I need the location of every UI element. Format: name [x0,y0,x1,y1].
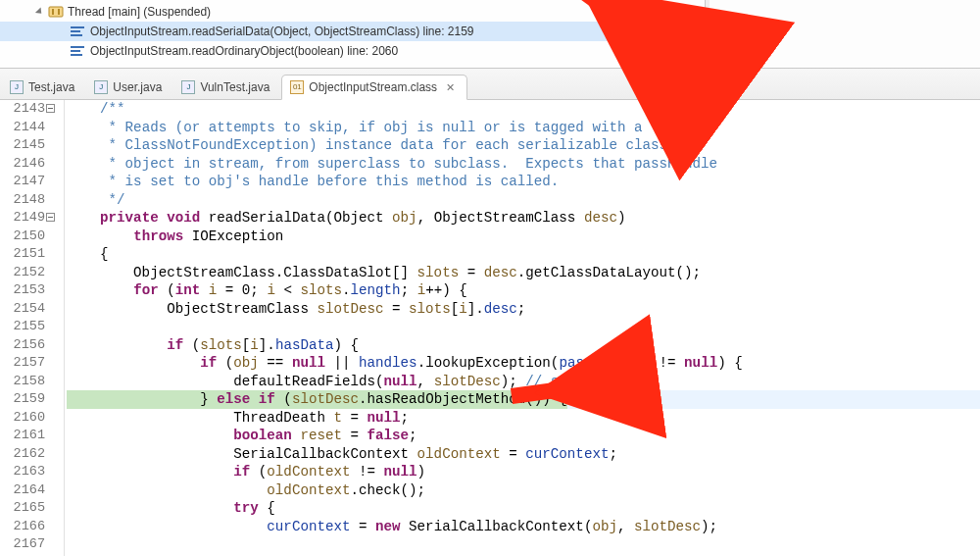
java-file-icon: J [94,80,108,94]
thread-suspended-icon [48,4,64,20]
code-line[interactable]: oldContext.check(); [65,481,980,500]
thread-label: Thread [main] (Suspended) [68,5,211,19]
line-number: 2150 [0,227,45,246]
code-line[interactable]: ThreadDeath t = null; [65,409,980,428]
code-line[interactable]: } else if (slotDesc.hasReadObjectMethod(… [65,390,980,409]
code-line[interactable]: if (oldContext != null) [65,463,980,481]
line-number: 2148 [0,191,45,210]
code-line[interactable]: throws IOException [65,227,980,246]
code-line[interactable]: * Reads (or attempts to skip, if obj is … [65,119,980,137]
line-number: 2144 [0,119,45,137]
tab-label: VulnTest.java [200,80,270,94]
line-number-gutter: 2143214421452146214721482149215021512152… [0,100,51,556]
expand-caret-icon[interactable] [35,7,44,16]
line-number: 2147 [0,173,45,191]
java-file-icon: J [181,80,195,94]
editor-tab-bar: JTest.javaJUser.javaJVulnTest.java01Obje… [0,69,980,100]
line-number: 2143 [0,100,45,119]
line-number: 2149 [0,209,45,227]
editor-tab[interactable]: JVulnTest.java [173,76,281,99]
line-number: 2146 [0,155,45,174]
code-line[interactable]: curContext = new SerialCallbackContext(o… [65,518,980,536]
line-number: 2164 [0,481,45,500]
stack-frame-text: ObjectInputStream.readSerialData(Object,… [90,25,474,38]
code-editor[interactable]: 2143214421452146214721482149215021512152… [0,100,980,556]
svg-rect-2 [58,9,60,15]
code-line[interactable]: if (slots[i].hasData) { [65,336,980,355]
code-line[interactable]: SerialCallbackContext oldContext = curCo… [65,445,980,464]
variables-panel[interactable] [706,0,980,68]
code-line[interactable]: boolean reset = false; [65,427,980,445]
svg-rect-0 [49,7,63,17]
line-number: 2156 [0,336,45,355]
fold-toggle-icon[interactable] [46,213,55,222]
line-number: 2160 [0,409,45,428]
java-file-icon: J [10,80,24,94]
line-number: 2163 [0,463,45,481]
code-line[interactable]: ObjectStreamClass slotDesc = slots[i].de… [65,300,980,319]
thread-node[interactable]: Thread [main] (Suspended) [0,2,705,22]
line-number: 2145 [0,136,45,155]
line-number: 2162 [0,445,45,464]
stack-frame-icon [71,26,84,36]
debug-panel: Thread [main] (Suspended) ObjectInputStr… [0,0,980,69]
class-file-icon: 01 [290,80,304,94]
code-line[interactable]: try { [65,499,980,518]
stack-frame-text: ObjectInputStream.readOrdinaryObject(boo… [90,44,398,58]
close-icon[interactable]: ✕ [446,81,455,94]
line-number: 2151 [0,245,45,264]
line-number: 2152 [0,264,45,282]
stack-frame[interactable]: ObjectInputStream.readSerialData(Object,… [0,22,705,41]
call-stack[interactable]: Thread [main] (Suspended) ObjectInputStr… [0,0,706,68]
code-line[interactable]: ObjectStreamClass.ClassDataSlot[] slots … [65,264,980,282]
line-number: 2158 [0,373,45,391]
stack-frame-icon [71,46,84,56]
code-line[interactable]: for (int i = 0; i < slots.length; i++) { [65,281,980,300]
tab-label: Test.java [28,80,74,94]
line-number: 2165 [0,499,45,518]
stack-frame[interactable]: ObjectInputStream.readOrdinaryObject(boo… [0,41,705,61]
tab-label: ObjectInputStream.class [309,80,437,94]
editor-tab[interactable]: 01ObjectInputStream.class✕ [281,75,467,100]
tab-label: User.java [113,80,162,94]
code-line[interactable]: private void readSerialData(Object obj, … [65,209,980,227]
svg-rect-1 [52,9,54,15]
line-number: 2153 [0,281,45,300]
editor-tab[interactable]: JTest.java [2,76,86,99]
line-number: 2157 [0,354,45,373]
code-line[interactable]: * is set to obj's handle before this met… [65,173,980,191]
code-line[interactable] [65,318,980,336]
fold-toggle-icon[interactable] [46,104,55,113]
folding-ruler[interactable] [51,100,65,556]
line-number: 2154 [0,300,45,319]
line-number: 2159 [0,390,45,409]
code-line[interactable]: * ClassNotFoundException) instance data … [65,136,980,155]
code-line[interactable]: */ [65,191,980,210]
code-line[interactable]: * object in stream, from superclass to s… [65,155,980,174]
code-area[interactable]: /** * Reads (or attempts to skip, if obj… [65,100,980,556]
line-number: 2166 [0,518,45,536]
line-number: 2155 [0,318,45,336]
code-line[interactable]: defaultReadFields(null, slotDesc); // s [65,373,980,391]
code-line[interactable]: /** [65,100,980,119]
line-number: 2161 [0,427,45,445]
code-line[interactable]: { [65,245,980,264]
line-number: 2167 [0,535,45,554]
editor-tab[interactable]: JUser.java [86,76,173,99]
code-line[interactable] [65,535,980,554]
code-line[interactable]: if (obj == null || handles.lookupExcepti… [65,354,980,373]
